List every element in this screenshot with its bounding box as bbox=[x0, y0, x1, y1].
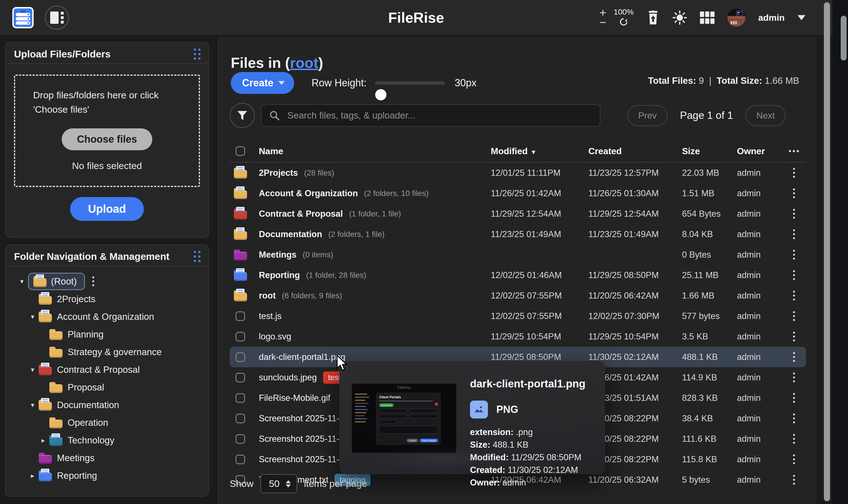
page-scrollbar[interactable] bbox=[841, 16, 847, 60]
column-header-modified[interactable]: Modified▼ bbox=[491, 146, 588, 157]
column-header-owner[interactable]: Owner bbox=[737, 146, 782, 157]
row-actions-menu-icon[interactable] bbox=[793, 454, 795, 464]
tree-item-proposal[interactable]: Proposal bbox=[6, 378, 208, 396]
file-name[interactable]: root bbox=[259, 291, 276, 301]
choose-files-button[interactable]: Choose files bbox=[62, 128, 152, 150]
tree-expand-caret-icon[interactable]: ▸ bbox=[37, 436, 49, 444]
file-name[interactable]: Screenshot 2025-11-2 bbox=[259, 434, 344, 444]
table-row[interactable]: logo.svg 11/29/25 10:54PM 11/29/25 10:54… bbox=[230, 326, 806, 347]
tree-expand-caret-icon[interactable]: ▾ bbox=[26, 401, 39, 409]
row-actions-menu-icon[interactable] bbox=[793, 475, 795, 485]
file-name[interactable]: Screenshot 2025-11-2 bbox=[259, 454, 344, 465]
layout-toggle-button[interactable] bbox=[45, 6, 69, 30]
zoom-reset-icon[interactable] bbox=[619, 17, 629, 28]
user-menu-caret-icon[interactable] bbox=[797, 15, 806, 20]
tree-item-reporting[interactable]: ▸Reporting bbox=[6, 467, 208, 484]
table-row[interactable]: Reporting(1 folder, 28 files) 12/02/25 0… bbox=[230, 265, 806, 285]
file-name[interactable]: Documentation bbox=[259, 229, 322, 239]
table-row[interactable]: Contract & Proposal(1 folder, 1 file) 11… bbox=[230, 203, 806, 224]
row-actions-menu-icon[interactable] bbox=[793, 168, 795, 178]
file-name[interactable]: Contract & Proposal bbox=[259, 209, 343, 219]
column-header-size[interactable]: Size bbox=[682, 146, 737, 157]
table-row[interactable]: 2Projects(28 files) 12/01/25 11:11PM 11/… bbox=[230, 163, 806, 183]
tree-item-strategy-amp-governance[interactable]: Strategy & governance bbox=[6, 343, 208, 361]
upload-button[interactable]: Upload bbox=[70, 197, 144, 221]
drag-handle-icon[interactable] bbox=[194, 251, 200, 262]
next-page-button[interactable]: Next bbox=[745, 105, 786, 126]
row-checkbox[interactable] bbox=[235, 373, 245, 382]
file-name[interactable]: FileRise-Mobile.gif bbox=[259, 393, 330, 403]
tree-item-account-amp-organization[interactable]: ▾Account & Organization bbox=[6, 308, 208, 325]
file-name[interactable]: Account & Organization bbox=[259, 188, 358, 198]
file-name[interactable]: 2Projects bbox=[259, 168, 298, 178]
row-checkbox[interactable] bbox=[235, 393, 245, 403]
row-actions-menu-icon[interactable] bbox=[793, 311, 795, 321]
tree-item-operation[interactable]: Operation bbox=[6, 414, 208, 431]
file-name[interactable]: logo.svg bbox=[259, 331, 291, 342]
row-actions-menu-icon[interactable] bbox=[793, 373, 795, 382]
row-actions-menu-icon[interactable] bbox=[793, 250, 795, 259]
file-name[interactable]: Screenshot 2025-11-2 bbox=[259, 413, 344, 424]
file-name[interactable]: Reporting bbox=[259, 270, 300, 280]
tree-expand-caret-icon[interactable]: ▾ bbox=[26, 366, 39, 374]
tree-expand-caret-icon[interactable]: ▸ bbox=[26, 472, 39, 480]
filter-button[interactable] bbox=[230, 103, 255, 128]
row-actions-menu-icon[interactable] bbox=[793, 413, 795, 423]
table-row[interactable]: Account & Organization(2 folders, 10 fil… bbox=[230, 183, 806, 203]
file-name[interactable]: test.js bbox=[259, 311, 282, 321]
row-actions-menu-icon[interactable] bbox=[793, 270, 795, 280]
row-height-slider[interactable] bbox=[375, 81, 445, 85]
drag-handle-icon[interactable] bbox=[194, 49, 200, 60]
row-checkbox[interactable] bbox=[235, 414, 245, 423]
tree-item--root-[interactable]: ▾(Root) bbox=[6, 272, 208, 290]
content-scrollbar[interactable] bbox=[824, 2, 830, 501]
trash-restore-icon[interactable] bbox=[647, 11, 659, 25]
row-actions-menu-icon[interactable] bbox=[793, 331, 795, 341]
zoom-out-button[interactable]: − bbox=[600, 18, 606, 27]
tree-expand-caret-icon[interactable]: ▾ bbox=[16, 277, 28, 285]
root-breadcrumb-link[interactable]: root bbox=[290, 55, 318, 71]
tree-item-2projects[interactable]: 2Projects bbox=[6, 290, 208, 308]
tree-item-selected[interactable]: (Root) bbox=[28, 273, 85, 290]
tree-item-documentation[interactable]: ▾Documentation bbox=[6, 396, 208, 414]
row-actions-menu-icon[interactable] bbox=[793, 209, 795, 219]
row-actions-menu-icon[interactable] bbox=[793, 434, 795, 444]
username[interactable]: admin bbox=[758, 13, 784, 23]
theme-toggle-sun-icon[interactable] bbox=[672, 11, 687, 25]
app-logo-icon[interactable] bbox=[12, 7, 34, 28]
column-options-icon[interactable] bbox=[782, 150, 806, 152]
items-per-page-select[interactable]: 50 bbox=[260, 474, 297, 493]
prev-page-button[interactable]: Prev bbox=[627, 105, 668, 126]
tree-item-planning[interactable]: Planning bbox=[6, 325, 208, 343]
apps-grid-icon[interactable] bbox=[700, 12, 714, 24]
row-checkbox[interactable] bbox=[235, 311, 245, 321]
search-input[interactable] bbox=[287, 110, 592, 121]
table-row[interactable]: Meetings(0 items) 0 Bytes admin bbox=[230, 245, 806, 265]
row-checkbox[interactable] bbox=[235, 352, 245, 362]
column-header-created[interactable]: Created bbox=[588, 146, 682, 157]
file-name[interactable]: Meetings bbox=[259, 250, 296, 260]
search-box[interactable] bbox=[261, 104, 600, 127]
row-actions-menu-icon[interactable] bbox=[793, 291, 795, 301]
table-row[interactable]: test.js 12/02/25 07:55PM 12/02/25 07:30P… bbox=[230, 306, 806, 326]
file-name[interactable]: dark-client-portal1.png bbox=[259, 352, 345, 362]
tree-item-contract-amp-proposal[interactable]: ▾Contract & Proposal bbox=[6, 361, 208, 378]
table-row[interactable]: Documentation(2 folders, 1 file) 11/23/2… bbox=[230, 224, 806, 245]
tree-item-meetings[interactable]: Meetings bbox=[6, 449, 208, 467]
row-checkbox[interactable] bbox=[235, 332, 245, 341]
row-checkbox[interactable] bbox=[235, 455, 245, 464]
table-row[interactable]: root(6 folders, 9 files) 12/02/25 07:55P… bbox=[230, 285, 806, 306]
create-button[interactable]: Create bbox=[231, 72, 294, 94]
tree-expand-caret-icon[interactable]: ▾ bbox=[26, 313, 39, 321]
folder-menu-icon[interactable] bbox=[92, 276, 94, 286]
row-checkbox[interactable] bbox=[235, 434, 245, 444]
column-header-name[interactable]: Name bbox=[251, 146, 491, 157]
upload-dropzone[interactable]: Drop files/folders here or click 'Choose… bbox=[14, 75, 200, 187]
row-actions-menu-icon[interactable] bbox=[793, 188, 795, 198]
row-actions-menu-icon[interactable] bbox=[793, 352, 795, 362]
tree-item-technology[interactable]: ▸Technology bbox=[6, 431, 208, 449]
file-name[interactable]: sunclouds.jpeg bbox=[259, 373, 317, 383]
row-actions-menu-icon[interactable] bbox=[793, 229, 795, 239]
slider-thumb[interactable] bbox=[375, 89, 387, 101]
row-actions-menu-icon[interactable] bbox=[793, 393, 795, 403]
